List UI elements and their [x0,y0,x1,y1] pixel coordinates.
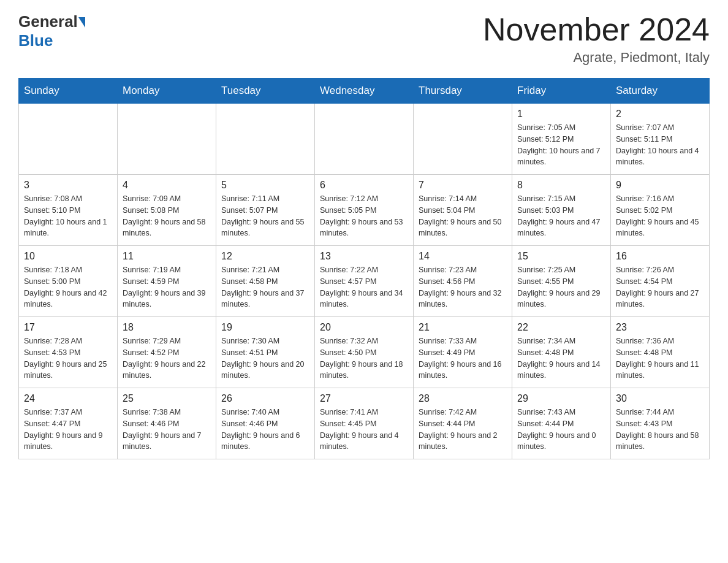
day-info: Sunrise: 7:43 AMSunset: 4:44 PMDaylight:… [517,407,605,453]
day-info: Sunrise: 7:11 AMSunset: 5:07 PMDaylight:… [221,193,309,239]
calendar-cell: 22Sunrise: 7:34 AMSunset: 4:48 PMDayligh… [512,317,611,388]
weekday-header-wednesday: Wednesday [315,79,414,104]
calendar-cell: 20Sunrise: 7:32 AMSunset: 4:50 PMDayligh… [315,317,414,388]
day-info: Sunrise: 7:05 AMSunset: 5:12 PMDaylight:… [517,122,605,168]
weekday-header-sunday: Sunday [19,79,118,104]
day-number: 9 [616,180,704,191]
day-info: Sunrise: 7:32 AMSunset: 4:50 PMDaylight:… [320,335,408,381]
calendar-cell: 6Sunrise: 7:12 AMSunset: 5:05 PMDaylight… [315,175,414,246]
calendar-cell: 19Sunrise: 7:30 AMSunset: 4:51 PMDayligh… [216,317,315,388]
day-info: Sunrise: 7:42 AMSunset: 4:44 PMDaylight:… [419,407,507,453]
calendar-week-row: 1Sunrise: 7:05 AMSunset: 5:12 PMDaylight… [19,104,710,175]
day-info: Sunrise: 7:12 AMSunset: 5:05 PMDaylight:… [320,193,408,239]
day-info: Sunrise: 7:16 AMSunset: 5:02 PMDaylight:… [616,193,704,239]
calendar-cell: 12Sunrise: 7:21 AMSunset: 4:58 PMDayligh… [216,246,315,317]
calendar-cell: 25Sunrise: 7:38 AMSunset: 4:46 PMDayligh… [118,388,216,459]
calendar-week-row: 10Sunrise: 7:18 AMSunset: 5:00 PMDayligh… [19,246,710,317]
day-number: 18 [123,322,211,333]
day-number: 22 [517,322,605,333]
calendar-cell: 13Sunrise: 7:22 AMSunset: 4:57 PMDayligh… [315,246,414,317]
logo-arrow-icon [78,17,85,28]
calendar-cell [414,104,512,175]
day-number: 24 [24,393,112,404]
calendar-cell: 21Sunrise: 7:33 AMSunset: 4:49 PMDayligh… [414,317,512,388]
day-info: Sunrise: 7:29 AMSunset: 4:52 PMDaylight:… [123,335,211,381]
calendar-cell: 3Sunrise: 7:08 AMSunset: 5:10 PMDaylight… [19,175,118,246]
day-info: Sunrise: 7:41 AMSunset: 4:45 PMDaylight:… [320,407,408,453]
calendar-cell: 5Sunrise: 7:11 AMSunset: 5:07 PMDaylight… [216,175,315,246]
day-number: 20 [320,322,408,333]
day-number: 5 [221,180,309,191]
day-info: Sunrise: 7:34 AMSunset: 4:48 PMDaylight:… [517,335,605,381]
calendar-cell: 29Sunrise: 7:43 AMSunset: 4:44 PMDayligh… [512,388,611,459]
calendar-cell: 24Sunrise: 7:37 AMSunset: 4:47 PMDayligh… [19,388,118,459]
day-info: Sunrise: 7:40 AMSunset: 4:46 PMDaylight:… [221,407,309,453]
day-number: 27 [320,393,408,404]
calendar-cell: 15Sunrise: 7:25 AMSunset: 4:55 PMDayligh… [512,246,611,317]
calendar-cell: 1Sunrise: 7:05 AMSunset: 5:12 PMDaylight… [512,104,611,175]
day-number: 6 [320,180,408,191]
calendar-cell: 18Sunrise: 7:29 AMSunset: 4:52 PMDayligh… [118,317,216,388]
day-number: 14 [419,251,507,262]
day-info: Sunrise: 7:26 AMSunset: 4:54 PMDaylight:… [616,264,704,310]
calendar-cell [19,104,118,175]
day-info: Sunrise: 7:38 AMSunset: 4:46 PMDaylight:… [123,407,211,453]
weekday-header-thursday: Thursday [414,79,512,104]
day-number: 10 [24,251,112,262]
calendar-week-row: 3Sunrise: 7:08 AMSunset: 5:10 PMDaylight… [19,175,710,246]
calendar-cell: 9Sunrise: 7:16 AMSunset: 5:02 PMDaylight… [611,175,710,246]
logo: General Blue [18,12,85,50]
title-block: November 2024 Agrate, Piedmont, Italy [483,12,710,66]
day-number: 25 [123,393,211,404]
weekday-header-friday: Friday [512,79,611,104]
calendar-table: SundayMondayTuesdayWednesdayThursdayFrid… [18,78,710,459]
day-number: 8 [517,180,605,191]
calendar-cell: 30Sunrise: 7:44 AMSunset: 4:43 PMDayligh… [611,388,710,459]
day-number: 4 [123,180,211,191]
calendar-cell: 26Sunrise: 7:40 AMSunset: 4:46 PMDayligh… [216,388,315,459]
day-number: 23 [616,322,704,333]
day-number: 1 [517,109,605,120]
day-info: Sunrise: 7:36 AMSunset: 4:48 PMDaylight:… [616,335,704,381]
day-number: 3 [24,180,112,191]
calendar-cell: 8Sunrise: 7:15 AMSunset: 5:03 PMDaylight… [512,175,611,246]
calendar-cell [118,104,216,175]
day-info: Sunrise: 7:30 AMSunset: 4:51 PMDaylight:… [221,335,309,381]
page-header: General Blue November 2024 Agrate, Piedm… [18,12,710,66]
calendar-week-row: 17Sunrise: 7:28 AMSunset: 4:53 PMDayligh… [19,317,710,388]
day-info: Sunrise: 7:08 AMSunset: 5:10 PMDaylight:… [24,193,112,239]
day-number: 7 [419,180,507,191]
calendar-cell: 7Sunrise: 7:14 AMSunset: 5:04 PMDaylight… [414,175,512,246]
day-number: 28 [419,393,507,404]
calendar-cell [315,104,414,175]
day-info: Sunrise: 7:22 AMSunset: 4:57 PMDaylight:… [320,264,408,310]
day-number: 11 [123,251,211,262]
day-info: Sunrise: 7:37 AMSunset: 4:47 PMDaylight:… [24,407,112,453]
day-info: Sunrise: 7:23 AMSunset: 4:56 PMDaylight:… [419,264,507,310]
calendar-cell: 17Sunrise: 7:28 AMSunset: 4:53 PMDayligh… [19,317,118,388]
calendar-cell: 2Sunrise: 7:07 AMSunset: 5:11 PMDaylight… [611,104,710,175]
logo-blue-text: Blue [18,31,53,50]
location-subtitle: Agrate, Piedmont, Italy [483,50,710,66]
logo-general-text: General [18,12,78,31]
calendar-cell: 14Sunrise: 7:23 AMSunset: 4:56 PMDayligh… [414,246,512,317]
weekday-header-monday: Monday [118,79,216,104]
calendar-cell: 4Sunrise: 7:09 AMSunset: 5:08 PMDaylight… [118,175,216,246]
day-number: 15 [517,251,605,262]
day-number: 19 [221,322,309,333]
day-number: 16 [616,251,704,262]
day-info: Sunrise: 7:07 AMSunset: 5:11 PMDaylight:… [616,122,704,168]
day-info: Sunrise: 7:28 AMSunset: 4:53 PMDaylight:… [24,335,112,381]
calendar-cell: 11Sunrise: 7:19 AMSunset: 4:59 PMDayligh… [118,246,216,317]
day-info: Sunrise: 7:33 AMSunset: 4:49 PMDaylight:… [419,335,507,381]
day-info: Sunrise: 7:19 AMSunset: 4:59 PMDaylight:… [123,264,211,310]
calendar-cell: 16Sunrise: 7:26 AMSunset: 4:54 PMDayligh… [611,246,710,317]
day-info: Sunrise: 7:25 AMSunset: 4:55 PMDaylight:… [517,264,605,310]
day-number: 2 [616,109,704,120]
day-number: 26 [221,393,309,404]
day-number: 12 [221,251,309,262]
day-info: Sunrise: 7:21 AMSunset: 4:58 PMDaylight:… [221,264,309,310]
day-number: 30 [616,393,704,404]
calendar-cell: 27Sunrise: 7:41 AMSunset: 4:45 PMDayligh… [315,388,414,459]
day-number: 21 [419,322,507,333]
